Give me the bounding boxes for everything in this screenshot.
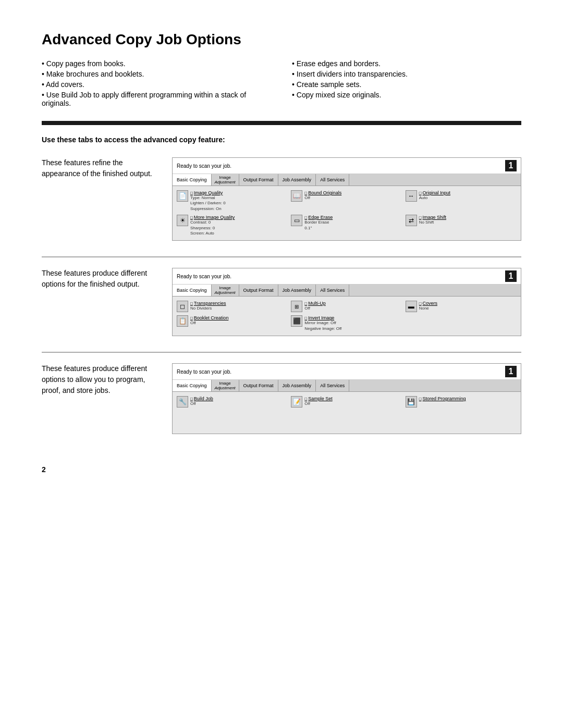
screen-item: ⇄ Image Shift No Shift [406,215,517,236]
tab-bar-1: Basic Copying Image Adjustment Output Fo… [173,174,521,186]
screen-item: ☀ More Image Quality Contrast: 0Sharpnes… [177,215,288,236]
feature-desc-2: These features produce different options… [42,263,156,341]
feature-row-2: These features produce different options… [42,257,521,352]
tab-all-services-2[interactable]: All Services [316,285,349,296]
bullet-list-left: Copy pages from books. Make brochures an… [42,58,271,108]
feature-rows: These features refine the appearance of … [42,152,521,450]
screen-item: ⊞ Multi-Up Off [291,301,402,312]
screen-item-empty [406,420,517,429]
screen-mockup-1: Ready to scan your job. 1 Basic Copying … [172,157,521,241]
booklet-icon: 📋 [177,315,188,327]
bullet-list-right: Erase edges and borders. Insert dividers… [292,58,521,100]
feature-row-3: These features produce different options… [42,353,521,450]
feature-desc-3: These features produce different options… [42,358,156,439]
tab-bar-3: Basic Copying Image Adjustment Output Fo… [173,380,521,392]
bullet-item: Copy mixed size originals. [292,90,521,100]
screen-content-2: ◻ Transparencies No Dividers ⊞ Multi-Up … [173,297,521,336]
cover-icon: ▬ [406,301,417,312]
shift-icon: ⇄ [406,215,417,226]
store-icon: 💾 [406,396,417,408]
screen-content-1: 📄 Image Quality Type: NormalLighten / Da… [173,186,521,240]
screen-number-2: 1 [505,270,517,282]
tab-image-adjustment-1[interactable]: Image Adjustment [212,174,239,186]
screen-header-3: Ready to scan your job. 1 [173,364,521,380]
bullet-item: Erase edges and borders. [292,58,521,69]
divider-bar [42,121,521,125]
screen-item: 📝 Sample Set Off [291,396,402,417]
bullet-item: Insert dividers into transparencies. [292,69,521,79]
section-heading: Use these tabs to access the advanced co… [42,135,521,144]
bullet-item: Copy pages from books. [42,58,271,69]
screen-item: 📋 Booklet Creation Off [177,315,288,331]
bullet-col-left: Copy pages from books. Make brochures an… [42,58,271,108]
tab-all-services-3[interactable]: All Services [316,380,349,391]
tab-job-assembly-1[interactable]: Job Assembly [278,174,316,186]
arrows-icon: ↔ [406,190,417,202]
bullet-section: Copy pages from books. Make brochures an… [42,58,521,108]
sun-icon: ☀ [177,215,188,226]
screen-mockup-2: Ready to scan your job. 1 Basic Copying … [172,268,521,336]
doc-icon: 📄 [177,190,188,202]
tab-output-format-2[interactable]: Output Format [239,285,278,296]
screen-item: ⬛ Invert Image Mirror Image: OffNegative… [291,315,402,331]
screen-number-1: 1 [505,160,517,171]
screen-header-2: Ready to scan your job. 1 [173,268,521,285]
feature-desc-1: These features refine the appearance of … [42,152,156,246]
invert-icon: ⬛ [291,315,302,327]
screen-item: ◻ Transparencies No Dividers [177,301,288,312]
screen-item: 💾 Stored Programming [406,396,517,417]
trans-icon: ◻ [177,301,188,312]
tab-output-format-1[interactable]: Output Format [239,174,278,186]
tab-image-adjustment-2[interactable]: Image Adjustment [212,285,239,296]
page-title: Advanced Copy Job Options [42,31,521,48]
screen-header-1: Ready to scan your job. 1 [173,158,521,174]
screen-mockup-3: Ready to scan your job. 1 Basic Copying … [172,363,521,434]
bullet-item: Use Build Job to apply different program… [42,90,271,108]
bullet-item: Add covers. [42,79,271,90]
sample-icon: 📝 [291,396,302,408]
tab-bar-2: Basic Copying Image Adjustment Output Fo… [173,285,521,297]
tab-all-services-1[interactable]: All Services [316,174,349,186]
screen-item: 🔧 Build Job Off [177,396,288,417]
multi-icon: ⊞ [291,301,302,312]
bullet-col-right: Erase edges and borders. Insert dividers… [292,58,521,108]
feature-row-1: These features refine the appearance of … [42,152,521,257]
page-icon: ▭ [291,215,302,226]
tab-basic-copying-1[interactable]: Basic Copying [173,174,212,186]
screen-item-empty [177,420,288,429]
page-number: 2 [42,465,521,474]
book-icon: 📖 [291,190,302,202]
tab-job-assembly-2[interactable]: Job Assembly [278,285,316,296]
screen-item-empty [291,420,402,429]
build-icon: 🔧 [177,396,188,408]
ready-text-1: Ready to scan your job. [177,163,231,169]
bullet-item: Make brochures and booklets. [42,69,271,79]
tab-image-adjustment-3[interactable]: Image Adjustment [212,380,239,391]
tab-basic-copying-3[interactable]: Basic Copying [173,380,212,391]
screen-item: ▭ Edge Erase Border Erase0.1" [291,215,402,236]
bullet-item: Create sample sets. [292,79,521,90]
tab-output-format-3[interactable]: Output Format [239,380,278,391]
screen-item: 📖 Bound Originals Off [291,190,402,212]
tab-job-assembly-3[interactable]: Job Assembly [278,380,316,391]
screen-item: 📄 Image Quality Type: NormalLighten / Da… [177,190,288,212]
ready-text-2: Ready to scan your job. [177,274,231,279]
screen-item: ↔ Original Input Auto [406,190,517,212]
screen-number-3: 1 [505,366,517,377]
tab-basic-copying-2[interactable]: Basic Copying [173,285,212,296]
screen-content-3: 🔧 Build Job Off 📝 Sample Set Off [173,392,521,434]
screen-item-empty [406,315,517,331]
ready-text-3: Ready to scan your job. [177,369,231,375]
screen-item: ▬ Covers None [406,301,517,312]
